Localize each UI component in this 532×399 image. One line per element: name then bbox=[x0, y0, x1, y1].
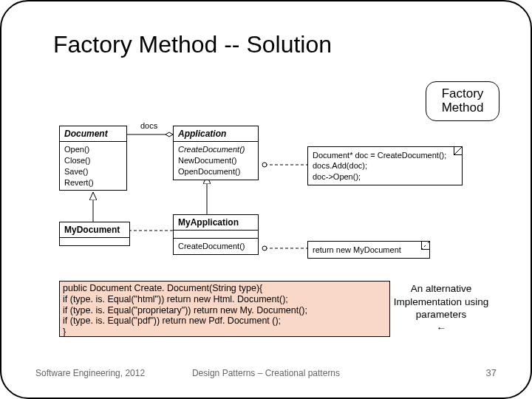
uml-op: NewDocument() bbox=[178, 155, 253, 166]
uml-empty-section bbox=[60, 238, 129, 245]
code-line: if (type. is. Equal("proprietary")) retu… bbox=[63, 305, 386, 316]
uml-op: Revert() bbox=[64, 177, 122, 188]
alt-line: ← bbox=[386, 321, 497, 335]
uml-op: Close() bbox=[64, 155, 122, 166]
factory-method-bubble: Factory Method bbox=[426, 81, 499, 121]
uml-op: Save() bbox=[64, 166, 122, 177]
page-number: 37 bbox=[486, 367, 497, 378]
slide: Factory Method -- Solution Factory Metho… bbox=[0, 0, 532, 399]
docs-label: docs bbox=[140, 121, 157, 130]
page-title: Factory Method -- Solution bbox=[53, 31, 332, 58]
bubble-label: Factory Method bbox=[428, 87, 497, 115]
footer-center: Design Patterns – Creational patterns bbox=[1, 368, 531, 378]
uml-mydocument: MyDocument bbox=[59, 222, 130, 246]
alt-line: parameters bbox=[386, 308, 497, 321]
uml-mydocument-name: MyDocument bbox=[60, 222, 129, 238]
uml-myapplication: MyApplication CreateDocument() bbox=[173, 214, 259, 255]
uml-myapplication-name: MyApplication bbox=[174, 215, 258, 231]
alt-line: An alternative bbox=[386, 282, 497, 296]
uml-diagram: docs Document Open() Close() Save() Reve… bbox=[59, 123, 477, 275]
uml-application-ops: CreateDocument() NewDocument() OpenDocum… bbox=[174, 142, 258, 180]
note-line: Document* doc = CreateDocument(); bbox=[313, 150, 457, 160]
code-line: public Document Create. Document(String … bbox=[63, 283, 386, 294]
uml-note-newdoc: Document* doc = CreateDocument(); docs.A… bbox=[307, 146, 463, 185]
uml-op: Open() bbox=[64, 144, 122, 155]
uml-application: Application CreateDocument() NewDocument… bbox=[173, 126, 259, 180]
uml-document-ops: Open() Close() Save() Revert() bbox=[60, 142, 126, 190]
code-line: } bbox=[63, 327, 386, 338]
note-line: doc->Open(); bbox=[313, 171, 457, 182]
uml-op: CreateDocument() bbox=[178, 241, 253, 252]
code-line: if (type. is. Equal("pdf")) return new P… bbox=[63, 316, 386, 327]
note-line: docs.Add(doc); bbox=[313, 160, 457, 171]
uml-empty-section bbox=[174, 231, 258, 238]
uml-application-name: Application bbox=[174, 126, 258, 142]
code-snippet: public Document Create. Document(String … bbox=[59, 281, 390, 337]
alt-implementation-caption: An alternative Implementation using para… bbox=[386, 282, 497, 334]
alt-line: Implementation using bbox=[386, 296, 497, 309]
uml-document: Document Open() Close() Save() Revert() bbox=[59, 126, 127, 191]
uml-op: CreateDocument() bbox=[178, 144, 253, 155]
code-line: if (type. is. Equal("html")) return new … bbox=[63, 294, 386, 305]
uml-myapplication-ops: CreateDocument() bbox=[174, 238, 258, 254]
uml-document-name: Document bbox=[60, 126, 126, 142]
note-line: return new MyDocument bbox=[313, 245, 401, 254]
uml-op: OpenDocument() bbox=[178, 166, 253, 177]
uml-note-return: return new MyDocument bbox=[307, 241, 430, 259]
